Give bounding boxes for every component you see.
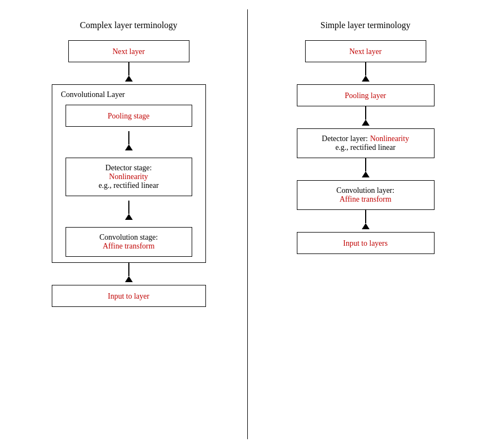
left-detector-line1: Detector stage:	[72, 164, 186, 172]
left-arrow-2	[125, 131, 133, 153]
left-arrow-4	[125, 263, 133, 285]
right-arrow-head-4	[362, 223, 370, 229]
left-arrow-shaft-3	[128, 201, 129, 214]
right-arrow-shaft-4	[365, 210, 366, 223]
right-arrow-head-1	[362, 75, 370, 82]
left-conv-line1: Convolution stage:	[72, 233, 186, 242]
main-container: Complex layer terminology Next layer Con…	[10, 9, 484, 439]
left-arrow-3	[125, 201, 133, 223]
right-next-layer-text: Next layer	[349, 47, 382, 56]
right-arrow-shaft-3	[365, 158, 366, 171]
right-arrow-4	[362, 210, 370, 232]
left-convolution-box: Convolution stage: Affine transform	[66, 227, 192, 257]
left-arrow-head-1	[125, 75, 133, 82]
left-pooling-text: Pooling stage	[108, 112, 150, 120]
right-arrow-1	[362, 62, 370, 84]
left-detector-line2: Nonlinearity	[72, 172, 186, 181]
right-next-layer-box: Next layer	[305, 40, 426, 62]
left-conv-title: Convolutional Layer	[59, 90, 125, 99]
left-input-box: Input to layer	[52, 285, 206, 307]
right-arrow-shaft-1	[365, 62, 366, 75]
right-arrow-shaft-2	[365, 106, 366, 120]
left-arrow-head-3	[125, 214, 133, 220]
right-pooling-box: Pooling layer	[297, 84, 435, 106]
left-arrow-head-2	[125, 144, 133, 150]
left-arrow-shaft-1	[128, 62, 129, 75]
right-input-text: Input to layers	[343, 239, 388, 247]
right-title: Simple layer terminology	[321, 20, 411, 30]
right-pooling-text: Pooling layer	[345, 91, 386, 100]
left-arrow-shaft-2	[128, 131, 129, 144]
right-diagram: Simple layer terminology Next layer Pool…	[247, 9, 484, 439]
right-detector-line2: Nonlinearity	[370, 134, 409, 143]
left-input-text: Input to layer	[108, 292, 149, 300]
right-conv-line2: Affine transform	[304, 195, 427, 204]
left-conv-outer-box: Convolutional Layer Pooling stage Detect…	[52, 84, 206, 263]
right-arrow-head-3	[362, 171, 370, 177]
right-detector-line1: Detector layer:	[322, 134, 368, 143]
left-arrow-1	[125, 62, 133, 84]
right-detector-line3: e.g., rectified linear	[304, 143, 427, 152]
right-detector-box: Detector layer: Nonlinearity e.g., recti…	[297, 128, 435, 158]
right-arrow-2	[362, 106, 370, 128]
right-convolution-box: Convolution layer: Affine transform	[297, 180, 435, 210]
left-arrow-shaft-4	[128, 263, 129, 276]
left-next-layer-text: Next layer	[112, 47, 145, 56]
left-diagram: Complex layer terminology Next layer Con…	[10, 9, 247, 439]
left-detector-box: Detector stage: Nonlinearity e.g., recti…	[66, 158, 192, 196]
right-input-box: Input to layers	[297, 232, 435, 254]
left-next-layer-box: Next layer	[68, 40, 189, 62]
left-conv-line2: Affine transform	[72, 242, 186, 251]
right-arrow-3	[362, 158, 370, 180]
left-arrow-head-4	[125, 276, 133, 282]
left-pooling-box: Pooling stage	[66, 105, 192, 127]
right-conv-line1: Convolution layer:	[304, 186, 427, 195]
left-title: Complex layer terminology	[80, 20, 177, 30]
right-arrow-head-2	[362, 120, 370, 126]
left-detector-line3: e.g., rectified linear	[72, 181, 186, 190]
